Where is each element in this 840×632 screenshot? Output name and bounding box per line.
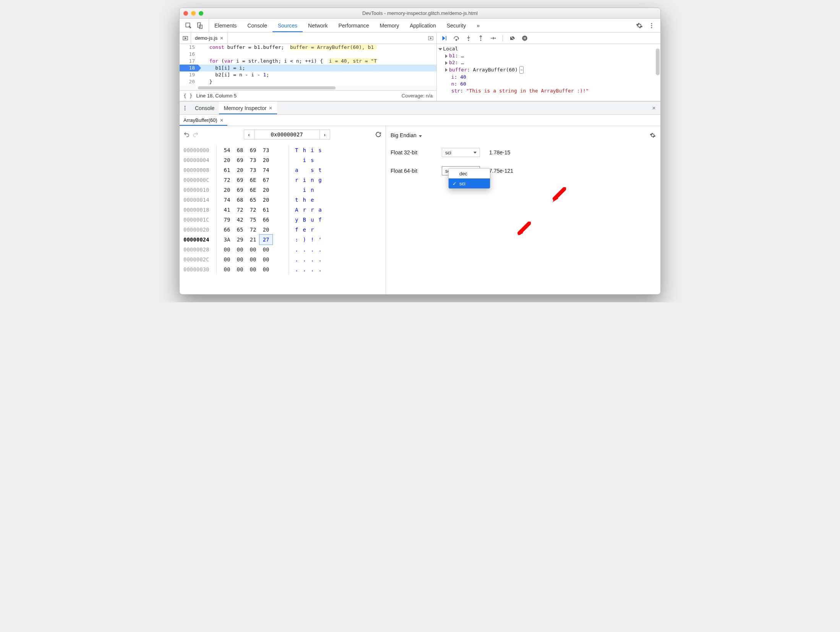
device-icon[interactable]: [196, 22, 203, 29]
mode-select-float32[interactable]: sci: [442, 148, 480, 157]
hex-byte[interactable]: 74: [259, 165, 272, 175]
hex-byte[interactable]: 61: [259, 205, 272, 215]
hex-byte[interactable]: 3A: [221, 235, 234, 245]
code-line[interactable]: 19 b2[i] = n - i - 1;: [180, 71, 436, 78]
hex-row[interactable]: 0000000420697320 is: [181, 155, 384, 165]
hex-byte[interactable]: 69: [246, 145, 259, 155]
hex-row[interactable]: 0000000054686973This: [181, 145, 384, 155]
drawer-menu-icon[interactable]: [180, 102, 190, 114]
memory-tab[interactable]: ArrayBuffer(60) ✕: [180, 115, 227, 126]
hex-byte[interactable]: 00: [246, 264, 259, 274]
close-icon[interactable]: ✕: [220, 118, 224, 123]
tab-network[interactable]: Network: [303, 19, 333, 32]
hex-byte[interactable]: 41: [221, 205, 234, 215]
hex-byte[interactable]: 72: [234, 205, 246, 215]
pretty-print-icon[interactable]: { }: [183, 93, 192, 99]
tab-sources[interactable]: Sources: [272, 19, 303, 32]
step-icon[interactable]: [490, 35, 496, 42]
gear-icon[interactable]: [650, 132, 656, 138]
hex-byte[interactable]: 54: [221, 145, 234, 155]
tab-performance[interactable]: Performance: [333, 19, 374, 32]
hex-byte[interactable]: 20: [234, 165, 246, 175]
hex-byte[interactable]: 65: [246, 195, 259, 205]
code-editor[interactable]: 15 const buffer = b1.buffer; buffer = Ar…: [180, 44, 436, 86]
hex-byte[interactable]: 20: [259, 155, 272, 165]
hex-byte[interactable]: 73: [246, 165, 259, 175]
undo-icon[interactable]: [183, 131, 190, 138]
code-line[interactable]: 18 b1[i] = i;: [180, 65, 436, 71]
tab-security[interactable]: Security: [441, 19, 472, 32]
refresh-icon[interactable]: [375, 131, 382, 138]
hex-row[interactable]: 0000000C72696E67ring: [181, 175, 384, 185]
minimize-window-icon[interactable]: [191, 11, 196, 16]
hex-row[interactable]: 0000001C79427566yBuf: [181, 215, 384, 225]
hex-byte[interactable]: 00: [246, 254, 259, 264]
close-window-icon[interactable]: [183, 11, 188, 16]
hex-byte[interactable]: 65: [234, 225, 246, 235]
hex-row[interactable]: 0000002066657220fer: [181, 225, 384, 235]
hex-byte[interactable]: 73: [259, 145, 272, 155]
close-icon[interactable]: ✕: [220, 36, 224, 41]
scope-var-b1[interactable]: b1: …: [439, 52, 658, 59]
hex-byte[interactable]: 29: [234, 235, 246, 245]
mode-option-sci[interactable]: ✓sci: [449, 178, 490, 188]
pause-exceptions-icon[interactable]: [521, 35, 528, 42]
scope-var-i[interactable]: i: 40: [439, 74, 658, 81]
hex-byte[interactable]: 66: [259, 215, 272, 225]
hex-byte[interactable]: 6E: [246, 185, 259, 195]
tabs-overflow[interactable]: »: [471, 19, 485, 32]
mode-option-dec[interactable]: dec: [449, 169, 490, 178]
hex-row[interactable]: 0000002800000000....: [181, 245, 384, 254]
tab-memory[interactable]: Memory: [375, 19, 405, 32]
hex-byte[interactable]: 72: [221, 175, 234, 185]
hex-byte[interactable]: 20: [259, 225, 272, 235]
zoom-window-icon[interactable]: [199, 11, 203, 16]
hex-byte[interactable]: 20: [221, 155, 234, 165]
code-line[interactable]: 20 }: [180, 78, 436, 85]
code-line[interactable]: 15 const buffer = b1.buffer; buffer = Ar…: [180, 44, 436, 51]
file-tab[interactable]: demo-js.js ✕: [191, 32, 228, 44]
hex-byte[interactable]: 00: [246, 245, 259, 254]
hex-byte[interactable]: 00: [234, 254, 246, 264]
scope-var-b2[interactable]: b2: …: [439, 59, 658, 66]
hex-byte[interactable]: 73: [246, 155, 259, 165]
scope-variables[interactable]: Local b1: … b2: … buffer: ArrayBuffer(60…: [437, 44, 660, 101]
hex-byte[interactable]: 20: [259, 195, 272, 205]
hex-byte[interactable]: 66: [221, 225, 234, 235]
address-next-button[interactable]: ›: [319, 130, 330, 139]
scope-var-n[interactable]: n: 60: [439, 81, 658, 88]
hex-byte[interactable]: 69: [234, 175, 246, 185]
settings-icon[interactable]: [636, 22, 643, 29]
hex-byte[interactable]: 21: [246, 235, 259, 245]
hex-byte[interactable]: 68: [234, 195, 246, 205]
hex-row[interactable]: 0000001841727261Arra: [181, 205, 384, 215]
hex-byte[interactable]: 00: [221, 245, 234, 254]
hex-byte[interactable]: 79: [221, 215, 234, 225]
hex-row[interactable]: 0000001474686520the: [181, 195, 384, 205]
deactivate-breakpoints-icon[interactable]: [509, 35, 516, 42]
close-icon[interactable]: ✕: [269, 105, 272, 111]
navigator-icon[interactable]: [180, 32, 191, 44]
hex-byte[interactable]: 68: [234, 145, 246, 155]
hex-byte[interactable]: 69: [234, 155, 246, 165]
hex-byte[interactable]: 20: [221, 185, 234, 195]
endian-select[interactable]: Big Endian: [391, 132, 422, 138]
snippet-run-icon[interactable]: [425, 35, 436, 41]
tab-application[interactable]: Application: [404, 19, 441, 32]
hex-byte[interactable]: 67: [259, 175, 272, 185]
hex-byte[interactable]: 72: [246, 205, 259, 215]
hex-byte[interactable]: 00: [259, 254, 272, 264]
scope-var-buffer[interactable]: buffer: ArrayBuffer(60)⋯: [439, 66, 658, 74]
hex-row[interactable]: 000000243A292127:)!': [181, 235, 384, 245]
hex-byte[interactable]: 00: [234, 245, 246, 254]
hex-byte[interactable]: 75: [246, 215, 259, 225]
kebab-icon[interactable]: [648, 22, 655, 29]
hex-byte[interactable]: 00: [259, 264, 272, 274]
hex-byte[interactable]: 00: [221, 264, 234, 274]
hex-byte[interactable]: 6E: [246, 175, 259, 185]
tab-elements[interactable]: Elements: [209, 19, 242, 32]
scope-var-str[interactable]: str: "This is a string in the ArrayBuffe…: [439, 88, 658, 94]
hex-byte[interactable]: 69: [234, 185, 246, 195]
step-over-icon[interactable]: [453, 35, 460, 42]
hex-byte[interactable]: 72: [246, 225, 259, 235]
